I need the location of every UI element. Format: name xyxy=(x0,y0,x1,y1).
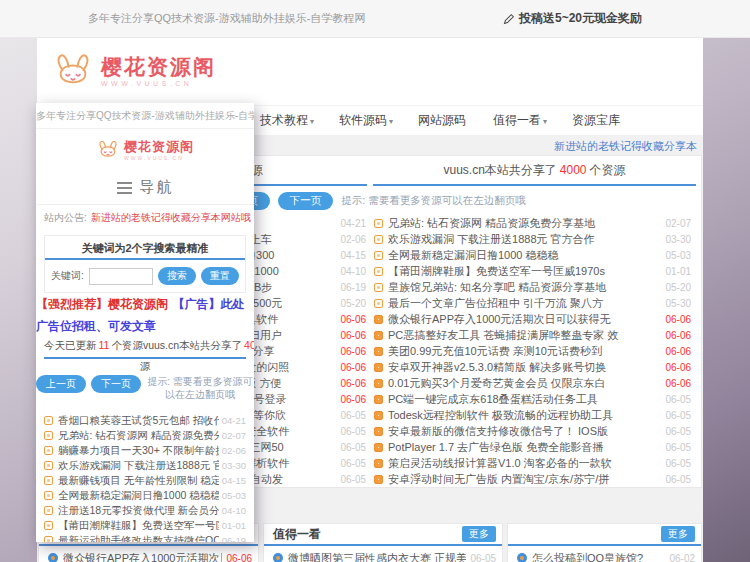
list-item[interactable]: 最新赚钱项目 无年龄性别限制 稳定日撸 04-15 xyxy=(44,473,246,488)
more-button[interactable]: 更多 xyxy=(661,526,695,542)
tab-total-count: vuus.cn本站共分享了4000个资源 xyxy=(373,158,696,186)
item-title: 策启灵活动线报计算器V1.0 淘客必备的一款软 xyxy=(388,456,662,471)
list-item[interactable]: 【莆田潮牌鞋服】免费送空军一号匡威1970s 01-01 xyxy=(374,263,691,279)
search-input[interactable] xyxy=(89,268,153,285)
resource-list: 香烟口粮芙蓉王试货5元包邮 招收代理 04-21 兄弟站: 钻石资源网 精品资源… xyxy=(36,411,254,542)
bunny-icon xyxy=(96,140,120,161)
item-date: 06-05 xyxy=(340,410,366,421)
more-button[interactable]: 更多 xyxy=(462,526,496,542)
site-header: 樱花资源阁 WWW.VUUS.CN xyxy=(37,38,703,105)
item-date: 06-06 xyxy=(665,346,691,357)
item-title: 【莆田潮牌鞋服】免费送空军一号匡威1970s xyxy=(388,264,662,279)
chevron-down-icon: ▾ xyxy=(389,117,393,126)
list-item[interactable]: 兄弟站: 钻石资源网 精品资源免费分享基 02-07 xyxy=(44,428,246,443)
total-count-suffix: 个资源 xyxy=(590,163,626,177)
list-item[interactable]: 安卓浮动时间无广告版 内置淘宝/京东/苏宁/拼 06-05 xyxy=(374,471,691,487)
list-item[interactable]: PotPlayer 1.7 去广告绿色版 免费全能影音播 06-05 xyxy=(374,439,691,455)
item-title: 安卓最新版的微信支持修改微信号了！ IOS版 xyxy=(388,424,662,439)
nav-item-label: 软件源码 xyxy=(339,113,387,127)
list-item[interactable]: 全网最新稳定漏洞日撸1000 稳稳稳 05-03 xyxy=(374,247,691,263)
search-form: 关键词: 搜索 重置 xyxy=(45,260,245,292)
post-icon xyxy=(374,331,383,340)
item-title: 欢乐游戏漏洞 下载注册送1888元 官方合 xyxy=(58,459,219,473)
item-title: PotPlayer 1.7 去广告绿色版 免费全能影音播 xyxy=(388,440,662,455)
item-date: 06-06 xyxy=(665,330,691,341)
list-item[interactable]: 安卓双开神器v2.5.3.0精简版 解决多账号切换 06-06 xyxy=(374,359,691,375)
list-item[interactable]: 欢乐游戏漏洞 下载注册送1888元 官方合 03-30 xyxy=(44,458,246,473)
item-date: 06-05 xyxy=(665,410,691,421)
list-item[interactable]: 微博晒图第三届性感内衣大赛 正规美图等你欣赏 06-05 xyxy=(264,546,502,562)
post-icon xyxy=(374,299,383,308)
item-date: 06-06 xyxy=(665,378,691,389)
list-item[interactable]: 美团0.99元充值10元话费 亲测10元话费秒到 06-06 xyxy=(374,343,691,359)
list-item[interactable]: 安卓最新版的微信支持修改微信号了！ IOS版 06-05 xyxy=(374,423,691,439)
item-date: 05-30 xyxy=(665,298,691,309)
info-icon xyxy=(517,553,527,562)
total-count-prefix: vuus.cn本站共分享了 xyxy=(443,163,556,177)
item-date: 06-06 xyxy=(340,378,366,389)
search-button[interactable]: 搜索 xyxy=(158,267,196,285)
nav-item[interactable]: 技术教程▾ xyxy=(260,112,314,129)
list-item[interactable]: 最后一个文章广告位招租中 引千万流 聚八方 05-30 xyxy=(374,295,691,311)
item-date: 02-06 xyxy=(340,234,366,245)
nav-item[interactable]: 网站源码 xyxy=(418,112,468,129)
submit-reward-link[interactable]: 投稿送5~20元现金奖励 xyxy=(503,10,642,27)
reset-button[interactable]: 重置 xyxy=(201,267,239,285)
item-title: 0.01元购买3个月爱奇艺黄金会员 仅限京东白 xyxy=(388,376,662,391)
list-item[interactable]: 最新运动助手修改步数支持微信QQ+ZFB步 06-19 xyxy=(44,533,246,542)
mobile-nav-toggle[interactable]: 导航 xyxy=(36,171,254,205)
stats-overflow-char: 源 xyxy=(44,359,246,373)
post-icon xyxy=(374,219,383,228)
list-item[interactable]: 微众银行APP存入1000元活期次日可以获得无 06-06 xyxy=(374,311,691,327)
list-item[interactable]: 微众银行APP存入1000元活期次日可以获得无门 06-06 xyxy=(39,546,258,562)
site-logo[interactable]: 樱花资源阁 WWW.VUUS.CN xyxy=(36,129,254,171)
promo-recommend-link[interactable]: 【强烈推荐】樱花资源阁 xyxy=(36,297,168,311)
list-item[interactable]: 策启灵活动线报计算器V1.0 淘客必备的一款软 06-05 xyxy=(374,455,691,471)
post-icon xyxy=(374,251,383,260)
prev-page-button[interactable]: 上一页 xyxy=(36,375,86,393)
item-date: 04-10 xyxy=(340,266,366,277)
post-icon xyxy=(374,315,383,324)
item-title: 兄弟站: 钻石资源网 精品资源免费分享基 xyxy=(58,429,219,443)
list-item[interactable]: 躺赚暴力项目一天30+ 不限制年龄抓紧上 02-06 xyxy=(44,443,246,458)
item-date: 03-30 xyxy=(222,460,246,471)
item-date: 02-06 xyxy=(222,445,246,456)
list-item[interactable]: 怎么投稿到QQ皇族馆? 06-02 xyxy=(508,546,701,562)
list-item[interactable]: 注册送18元零投资做代理 新会员分红存 04-10 xyxy=(44,503,246,518)
item-date: 06-19 xyxy=(340,282,366,293)
item-date: 02-07 xyxy=(222,430,246,441)
list-item[interactable]: 兄弟站: 钻石资源网 精品资源免费分享基地 02-07 xyxy=(374,215,691,231)
list-item[interactable]: 0.01元购买3个月爱奇艺黄金会员 仅限京东白 06-06 xyxy=(374,375,691,391)
list-item[interactable]: 皇族馆兄弟站: 知名分享吧 精品资源分享基地 05-20 xyxy=(374,279,691,295)
post-icon xyxy=(374,475,383,484)
nav-item-label: 网站源码 xyxy=(418,113,466,127)
site-logo[interactable]: 樱花资源阁 WWW.VUUS.CN xyxy=(51,53,216,91)
pager-tip: 提示: 需要看更多资源可以在左边翻页哦 xyxy=(341,194,525,208)
search-title: 关键词为2个字搜索最精准 xyxy=(45,236,245,260)
list-item[interactable]: 香烟口粮芙蓉王试货5元包邮 招收代理 04-21 xyxy=(44,413,246,428)
nav-item[interactable]: 值得一看▾ xyxy=(493,112,547,129)
screen: 多年专注分享QQ技术资源-游戏辅助外挂娱乐-自学教程网 投稿送5~20元现金奖励 xyxy=(0,0,750,562)
info-icon xyxy=(48,553,58,562)
post-icon xyxy=(44,506,53,515)
list-item[interactable]: 全网最新稳定漏洞日撸1000 稳稳稳 05-03 xyxy=(44,488,246,503)
list-item[interactable]: PC端一键完成京东618叠蛋糕活动任务工具 06-05 xyxy=(374,391,691,407)
item-title: PC恶搞整好友工具 苍蝇捕捉满屏哗整蛊专家 效 xyxy=(388,328,662,343)
nav-item[interactable]: 资源宝库 xyxy=(572,112,622,129)
next-page-button[interactable]: 下一页 xyxy=(278,192,334,210)
list-item[interactable]: 欢乐游戏漏洞 下载注册送1888元 官方合作 03-30 xyxy=(374,231,691,247)
item-date: 04-21 xyxy=(222,415,246,426)
nav-item[interactable]: 软件源码▾ xyxy=(339,112,393,129)
item-date: 05-20 xyxy=(665,282,691,293)
next-page-button[interactable]: 下一页 xyxy=(91,375,141,393)
notice-link[interactable]: 新进站的老铁记得收藏分享本网站哦！ xyxy=(91,211,254,225)
list-item[interactable]: 【莆田潮牌鞋服】免费送空军一号匡威 01-01 xyxy=(44,518,246,533)
bottom-card-middle: 值得一看 更多 微博晒图第三届性感内衣大赛 正规美图等你欣赏 06-05 xyxy=(263,523,503,562)
item-title: 全网最新稳定漏洞日撸1000 稳稳稳 xyxy=(58,489,219,503)
list-item[interactable]: Todesk远程控制软件 极致流畅的远程协助工具 06-05 xyxy=(374,407,691,423)
item-date: 04-15 xyxy=(222,475,246,486)
item-date: 04-21 xyxy=(340,218,366,229)
list-item[interactable]: PC恶搞整好友工具 苍蝇捕捉满屏哗整蛊专家 效 06-06 xyxy=(374,327,691,343)
item-date: 02-07 xyxy=(665,218,691,229)
item-date: 04-15 xyxy=(340,250,366,261)
